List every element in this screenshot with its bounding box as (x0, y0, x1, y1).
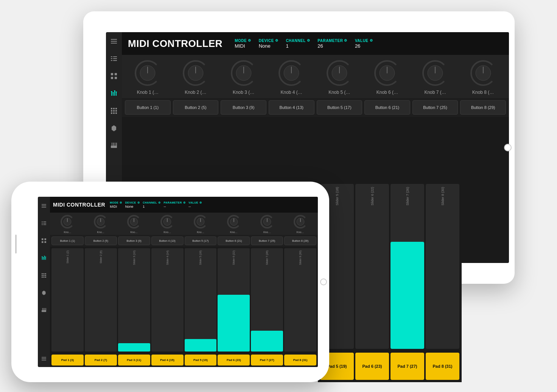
svg-rect-5 (111, 58, 112, 59)
tablet-knob-3[interactable]: Knob 3 (… (221, 58, 266, 95)
svg-rect-71 (44, 256, 45, 257)
right-pad-2[interactable]: Pad 6 (23) (355, 353, 389, 380)
phone-knob-5[interactable]: Kno… (185, 214, 217, 233)
phone-sidebar-grid[interactable] (39, 235, 49, 246)
phone-pad-3[interactable]: Pad 3 (11) (118, 355, 150, 366)
phone-slider-3[interactable]: Slider 3 (10) (118, 248, 150, 352)
phone-sidebar-mixer[interactable] (39, 253, 49, 263)
svg-rect-57 (42, 223, 43, 224)
svg-rect-54 (42, 207, 46, 208)
phone-knob-8[interactable]: Kno… (284, 214, 316, 233)
sidebar-padgrid-icon[interactable] (109, 106, 119, 116)
phone-header-params: MODE ⚙ MIDI DEVICE ⚙ None CHANNEL ⚙ 1 PA… (110, 201, 202, 208)
phone-knob-svg-4 (151, 214, 184, 229)
phone-pad-5[interactable]: Pad 5 (19) (185, 355, 217, 366)
phone-knob-label-1: Kno… (64, 231, 71, 233)
phone-sidebar-piano[interactable] (39, 305, 49, 316)
svg-rect-7 (111, 60, 112, 61)
phone-value-param: VALUE ⚙ -- (188, 201, 202, 208)
phone-pad-1[interactable]: Pad 1 (3) (51, 355, 84, 366)
tablet-knob-1[interactable]: Knob 1 (… (125, 58, 171, 95)
tablet-knob-8[interactable]: Knob 8 (… (460, 58, 506, 95)
right-slider-3[interactable]: Slider 7 (26) (391, 184, 424, 349)
svg-rect-13 (111, 92, 112, 96)
phone-slider-track-7: Slider 7 (26) (251, 248, 283, 352)
phone-button-8[interactable]: Button 8 (29) (284, 236, 316, 245)
phone-sidebar-hex[interactable] (39, 288, 49, 298)
svg-rect-64 (45, 241, 47, 243)
svg-rect-33 (112, 143, 113, 146)
svg-rect-69 (42, 257, 43, 257)
phone-knob-6[interactable]: Kno… (218, 214, 250, 233)
phone-home-button[interactable] (320, 278, 327, 285)
phone-sidebar-more[interactable] (39, 353, 49, 364)
phone-button-6[interactable]: Button 6 (21) (218, 236, 250, 245)
sidebar-hex-icon[interactable] (109, 123, 119, 134)
tablet-knob-6[interactable]: Knob 6 (… (364, 58, 410, 95)
svg-rect-62 (45, 238, 47, 240)
phone-slider-track-4: Slider 4 (14) (151, 248, 184, 352)
knob-label-1: Knob 1 (… (137, 90, 159, 95)
phone-knob-1[interactable]: Kno… (51, 214, 84, 233)
svg-rect-32 (111, 143, 112, 146)
phone-knob-svg-3 (118, 214, 150, 229)
phone-slider-7[interactable]: Slider 7 (26) (251, 248, 283, 352)
phone-button-3[interactable]: Button 3 (9) (118, 236, 150, 245)
tablet-button-3[interactable]: Button 3 (9) (221, 100, 266, 115)
tablet-button-5[interactable]: Button 5 (17) (317, 100, 363, 115)
phone-parameter-param: PARAMETER ⚙ -- (163, 201, 185, 208)
phone-volume-button[interactable] (15, 235, 17, 254)
phone-slider-5[interactable]: Slider 5 (18) (185, 248, 217, 352)
phone-knob-3[interactable]: Kno… (118, 214, 150, 233)
phone-slider-8[interactable]: Slider 8 (30) (284, 248, 316, 352)
phone-knob-2[interactable]: Kno… (85, 214, 117, 233)
phone-knob-4[interactable]: Kno… (151, 214, 184, 233)
sidebar-menu-icon[interactable] (109, 36, 119, 47)
tablet-button-8[interactable]: Button 8 (29) (460, 100, 506, 115)
right-pad-4[interactable]: Pad 8 (31) (426, 353, 459, 380)
phone-button-4[interactable]: Button 4 (13) (151, 236, 184, 245)
phone-main: MIDI CONTROLLER MODE ⚙ MIDI DEVICE ⚙ Non… (50, 197, 318, 367)
svg-rect-34 (114, 143, 115, 146)
phone-button-2[interactable]: Button 2 (5) (85, 236, 117, 245)
knob-svg-7 (412, 58, 458, 88)
svg-rect-2 (111, 43, 117, 44)
phone-button-5[interactable]: Button 5 (17) (185, 236, 217, 245)
phone-sidebar-list[interactable] (39, 218, 49, 229)
tablet-button-4[interactable]: Button 4 (13) (269, 100, 314, 115)
right-slider-2[interactable]: Slider 6 (22) (355, 184, 389, 349)
phone-pad-8[interactable]: Pad 8 (31) (284, 355, 316, 366)
tablet-knob-4[interactable]: Knob 4 (… (269, 58, 314, 95)
phone-pad-7[interactable]: Pad 7 (27) (251, 355, 283, 366)
phone-pad-4[interactable]: Pad 4 (15) (151, 355, 184, 366)
phone-knob-svg-1 (51, 214, 84, 229)
tablet-button-6[interactable]: Button 6 (21) (364, 100, 410, 115)
knob-svg-8 (460, 58, 506, 88)
right-slider-4[interactable]: Slider 8 (30) (426, 184, 459, 349)
sidebar-piano-icon[interactable] (109, 140, 119, 151)
tablet-button-7[interactable]: Button 7 (25) (412, 100, 458, 115)
tablet-knob-5[interactable]: Knob 5 (… (317, 58, 363, 95)
phone-pad-2[interactable]: Pad 2 (7) (85, 355, 117, 366)
tablet-knob-7[interactable]: Knob 7 (… (412, 58, 458, 95)
phone-button-1[interactable]: Button 1 (1) (51, 236, 84, 245)
phone-sidebar-padgrid[interactable] (39, 270, 49, 281)
phone-sidebar-menu[interactable] (39, 201, 49, 211)
right-pad-3[interactable]: Pad 7 (27) (391, 353, 424, 380)
phone-mode-param: MODE ⚙ MIDI (110, 201, 122, 208)
phone-knob-7[interactable]: Kno… (251, 214, 283, 233)
phone-slider-2[interactable]: Slider 2 (6) (85, 248, 117, 352)
phone-device-param: DEVICE ⚙ None (125, 201, 140, 208)
tablet-button-2[interactable]: Button 2 (5) (173, 100, 219, 115)
phone-slider-4[interactable]: Slider 4 (14) (151, 248, 184, 352)
sidebar-list-icon[interactable] (109, 53, 119, 64)
sidebar-grid-icon[interactable] (109, 71, 119, 81)
phone-pad-6[interactable]: Pad 6 (23) (218, 355, 250, 366)
tablet-home-button[interactable] (504, 144, 512, 151)
tablet-button-1[interactable]: Button 1 (1) (125, 100, 171, 115)
tablet-knob-2[interactable]: Knob 2 (… (173, 58, 219, 95)
phone-slider-6[interactable]: Slider 6 (22) (218, 248, 250, 352)
sidebar-mixer-icon[interactable] (109, 88, 119, 99)
phone-button-7[interactable]: Button 7 (25) (251, 236, 283, 245)
phone-slider-1[interactable]: Slider 1 (2) (51, 248, 84, 352)
